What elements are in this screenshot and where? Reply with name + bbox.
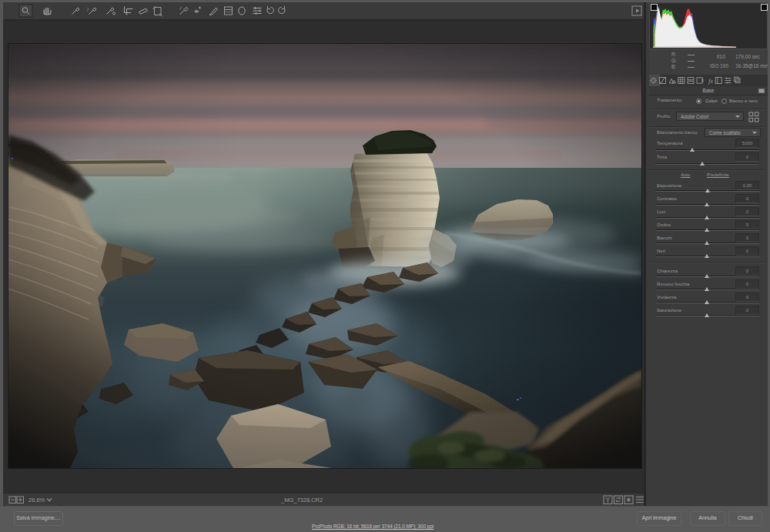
- svg-text:_MG_7328.CR2: _MG_7328.CR2: [280, 497, 323, 504]
- svg-text:26.6%: 26.6%: [28, 497, 45, 504]
- svg-text:fx: fx: [708, 77, 713, 85]
